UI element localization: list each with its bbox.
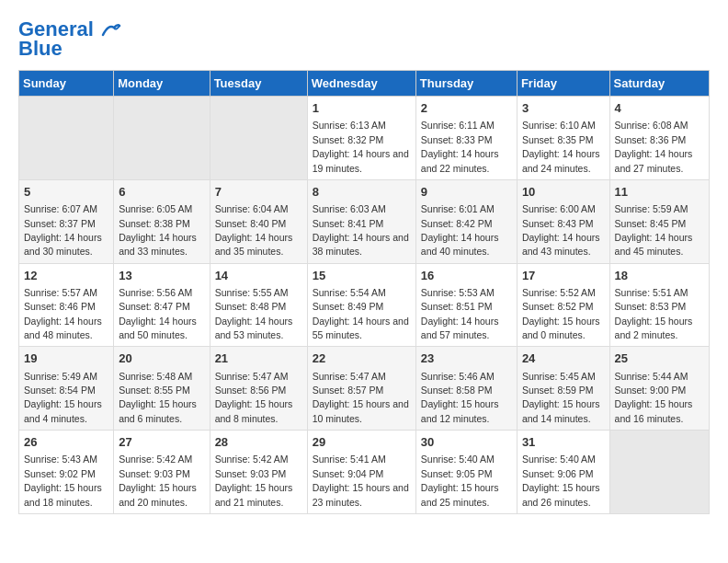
day-cell: 2Sunrise: 6:11 AMSunset: 8:33 PMDaylight… xyxy=(415,97,517,180)
day-number: 4 xyxy=(615,100,704,117)
day-number: 23 xyxy=(421,350,512,367)
week-row-1: 1Sunrise: 6:13 AMSunset: 8:32 PMDaylight… xyxy=(19,97,710,180)
weekday-header-wednesday: Wednesday xyxy=(307,71,415,97)
weekday-header-friday: Friday xyxy=(517,71,609,97)
day-number: 6 xyxy=(119,184,204,201)
day-info: Sunrise: 6:00 AMSunset: 8:43 PMDaylight:… xyxy=(522,203,600,257)
logo-blue: Blue xyxy=(18,37,63,61)
day-cell: 13Sunrise: 5:56 AMSunset: 8:47 PMDayligh… xyxy=(114,263,210,347)
day-cell: 27Sunrise: 5:42 AMSunset: 9:03 PMDayligh… xyxy=(114,431,210,514)
day-cell: 24Sunrise: 5:45 AMSunset: 8:59 PMDayligh… xyxy=(517,347,609,431)
day-number: 20 xyxy=(119,350,204,367)
day-info: Sunrise: 5:45 AMSunset: 8:59 PMDaylight:… xyxy=(522,371,600,424)
day-cell: 26Sunrise: 5:43 AMSunset: 9:02 PMDayligh… xyxy=(19,431,114,514)
day-number: 30 xyxy=(421,434,512,451)
day-info: Sunrise: 5:53 AMSunset: 8:51 PMDaylight:… xyxy=(421,287,499,340)
day-cell: 9Sunrise: 6:01 AMSunset: 8:42 PMDaylight… xyxy=(415,179,517,263)
day-info: Sunrise: 5:42 AMSunset: 9:03 PMDaylight:… xyxy=(215,454,293,507)
day-info: Sunrise: 5:44 AMSunset: 9:00 PMDaylight:… xyxy=(615,371,693,424)
day-number: 15 xyxy=(313,268,411,284)
calendar-body: 1Sunrise: 6:13 AMSunset: 8:32 PMDaylight… xyxy=(19,97,710,514)
day-cell: 16Sunrise: 5:53 AMSunset: 8:51 PMDayligh… xyxy=(415,263,517,347)
day-info: Sunrise: 6:03 AMSunset: 8:41 PMDaylight:… xyxy=(313,203,409,257)
weekday-header-sunday: Sunday xyxy=(19,71,114,97)
weekday-header-thursday: Thursday xyxy=(415,71,517,97)
day-number: 25 xyxy=(615,350,704,367)
day-info: Sunrise: 5:51 AMSunset: 8:53 PMDaylight:… xyxy=(615,287,693,340)
day-cell xyxy=(609,431,709,514)
week-row-4: 19Sunrise: 5:49 AMSunset: 8:54 PMDayligh… xyxy=(19,347,710,431)
day-cell: 23Sunrise: 5:46 AMSunset: 8:58 PMDayligh… xyxy=(415,347,517,431)
week-row-3: 12Sunrise: 5:57 AMSunset: 8:46 PMDayligh… xyxy=(19,263,710,347)
day-cell: 7Sunrise: 6:04 AMSunset: 8:40 PMDaylight… xyxy=(210,179,307,263)
day-info: Sunrise: 5:46 AMSunset: 8:58 PMDaylight:… xyxy=(421,371,499,424)
day-number: 8 xyxy=(313,184,411,201)
day-info: Sunrise: 5:52 AMSunset: 8:52 PMDaylight:… xyxy=(522,287,600,340)
header-row: SundayMondayTuesdayWednesdayThursdayFrid… xyxy=(19,71,710,97)
day-number: 24 xyxy=(522,350,605,367)
day-number: 27 xyxy=(119,434,204,451)
day-cell: 28Sunrise: 5:42 AMSunset: 9:03 PMDayligh… xyxy=(210,431,307,514)
day-cell: 8Sunrise: 6:03 AMSunset: 8:41 PMDaylight… xyxy=(307,179,415,263)
day-cell: 6Sunrise: 6:05 AMSunset: 8:38 PMDaylight… xyxy=(114,179,210,263)
logo: General Blue xyxy=(18,18,121,61)
day-number: 17 xyxy=(522,268,605,284)
day-cell: 10Sunrise: 6:00 AMSunset: 8:43 PMDayligh… xyxy=(517,179,609,263)
day-info: Sunrise: 5:56 AMSunset: 8:47 PMDaylight:… xyxy=(119,287,197,340)
weekday-header-monday: Monday xyxy=(114,71,210,97)
day-info: Sunrise: 5:42 AMSunset: 9:03 PMDaylight:… xyxy=(119,454,197,507)
calendar-header: SundayMondayTuesdayWednesdayThursdayFrid… xyxy=(19,71,710,97)
day-cell: 3Sunrise: 6:10 AMSunset: 8:35 PMDaylight… xyxy=(517,97,609,180)
day-cell: 30Sunrise: 5:40 AMSunset: 9:05 PMDayligh… xyxy=(415,431,517,514)
day-number: 12 xyxy=(24,268,108,284)
day-number: 19 xyxy=(24,350,108,367)
day-info: Sunrise: 6:04 AMSunset: 8:40 PMDaylight:… xyxy=(215,203,293,257)
day-number: 7 xyxy=(215,184,302,201)
day-number: 14 xyxy=(215,268,302,284)
day-info: Sunrise: 5:43 AMSunset: 9:02 PMDaylight:… xyxy=(24,454,102,507)
day-cell: 14Sunrise: 5:55 AMSunset: 8:48 PMDayligh… xyxy=(210,263,307,347)
day-cell: 19Sunrise: 5:49 AMSunset: 8:54 PMDayligh… xyxy=(19,347,114,431)
day-cell xyxy=(210,97,307,180)
day-info: Sunrise: 5:49 AMSunset: 8:54 PMDaylight:… xyxy=(24,371,102,424)
day-cell: 25Sunrise: 5:44 AMSunset: 9:00 PMDayligh… xyxy=(609,347,709,431)
day-info: Sunrise: 5:57 AMSunset: 8:46 PMDaylight:… xyxy=(24,287,102,340)
day-info: Sunrise: 6:08 AMSunset: 8:36 PMDaylight:… xyxy=(615,120,693,173)
day-cell: 29Sunrise: 5:41 AMSunset: 9:04 PMDayligh… xyxy=(307,431,415,514)
day-number: 16 xyxy=(421,268,512,284)
day-info: Sunrise: 5:47 AMSunset: 8:57 PMDaylight:… xyxy=(313,371,409,424)
day-number: 22 xyxy=(313,350,411,367)
day-info: Sunrise: 5:47 AMSunset: 8:56 PMDaylight:… xyxy=(215,371,293,424)
weekday-header-tuesday: Tuesday xyxy=(210,71,307,97)
day-number: 3 xyxy=(522,100,605,117)
day-cell: 1Sunrise: 6:13 AMSunset: 8:32 PMDaylight… xyxy=(307,97,415,180)
day-cell xyxy=(114,97,210,180)
day-cell: 5Sunrise: 6:07 AMSunset: 8:37 PMDaylight… xyxy=(19,179,114,263)
day-info: Sunrise: 6:13 AMSunset: 8:32 PMDaylight:… xyxy=(313,120,409,173)
day-number: 13 xyxy=(119,268,204,284)
week-row-5: 26Sunrise: 5:43 AMSunset: 9:02 PMDayligh… xyxy=(19,431,710,514)
day-number: 28 xyxy=(215,434,302,451)
weekday-header-saturday: Saturday xyxy=(609,71,709,97)
day-info: Sunrise: 6:01 AMSunset: 8:42 PMDaylight:… xyxy=(421,203,499,257)
day-number: 21 xyxy=(215,350,302,367)
day-info: Sunrise: 6:11 AMSunset: 8:33 PMDaylight:… xyxy=(421,120,499,173)
day-number: 31 xyxy=(522,434,605,451)
day-cell: 21Sunrise: 5:47 AMSunset: 8:56 PMDayligh… xyxy=(210,347,307,431)
day-info: Sunrise: 6:05 AMSunset: 8:38 PMDaylight:… xyxy=(119,203,197,257)
day-cell: 17Sunrise: 5:52 AMSunset: 8:52 PMDayligh… xyxy=(517,263,609,347)
day-info: Sunrise: 5:55 AMSunset: 8:48 PMDaylight:… xyxy=(215,287,293,340)
day-info: Sunrise: 5:40 AMSunset: 9:05 PMDaylight:… xyxy=(421,454,499,507)
day-number: 9 xyxy=(421,184,512,201)
calendar-table: SundayMondayTuesdayWednesdayThursdayFrid… xyxy=(18,70,710,514)
day-cell: 18Sunrise: 5:51 AMSunset: 8:53 PMDayligh… xyxy=(609,263,709,347)
day-number: 18 xyxy=(615,268,704,284)
page-header: General Blue xyxy=(18,18,710,61)
day-cell: 20Sunrise: 5:48 AMSunset: 8:55 PMDayligh… xyxy=(114,347,210,431)
day-number: 2 xyxy=(421,100,512,117)
day-number: 5 xyxy=(24,184,108,201)
day-number: 26 xyxy=(24,434,108,451)
day-cell: 22Sunrise: 5:47 AMSunset: 8:57 PMDayligh… xyxy=(307,347,415,431)
day-info: Sunrise: 5:59 AMSunset: 8:45 PMDaylight:… xyxy=(615,203,693,257)
day-info: Sunrise: 5:40 AMSunset: 9:06 PMDaylight:… xyxy=(522,454,600,507)
